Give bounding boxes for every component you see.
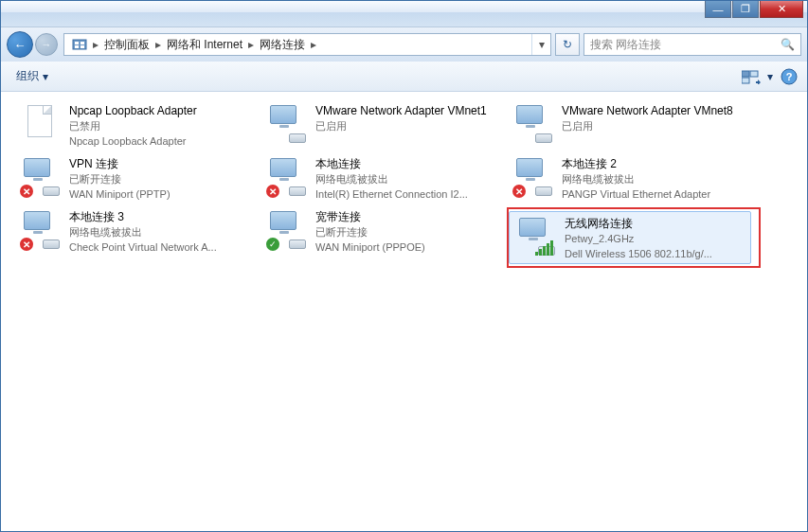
back-button[interactable]: ← [7,31,33,58]
titlebar: — ❐ ✕ [1,1,807,27]
connection-status: 已禁用 [69,118,255,133]
connection-text: 本地连接网络电缆被拔出Intel(R) Ethernet Connection … [315,156,501,202]
disconnected-overlay-icon: ✕ [20,185,33,198]
svg-rect-5 [742,71,749,77]
search-placeholder: 搜索 网络连接 [590,37,661,53]
connection-item[interactable]: Npcap Loopback Adapter已禁用Npcap Loopback … [14,99,260,152]
search-input[interactable]: 搜索 网络连接 🔍 [584,33,801,56]
connection-status: 网络电缆被拔出 [562,171,747,186]
connection-status: 已断开连接 [315,224,501,239]
connection-device: Npcap Loopback Adapter [69,133,255,149]
connection-name: VPN 连接 [69,156,255,171]
close-button[interactable]: ✕ [760,1,803,18]
window-controls: — ❐ ✕ [704,1,803,18]
chevron-icon: ▸ [246,38,256,51]
forward-button[interactable]: → [35,33,58,56]
network-adapter-icon: ✓ [266,209,308,251]
connection-item[interactable]: ✕VPN 连接已断开连接WAN Miniport (PPTP) [14,152,260,205]
connection-name: VMware Network Adapter VMnet1 [315,103,501,118]
breadcrumb-control-panel[interactable]: 控制面板 [100,34,153,55]
address-dropdown[interactable]: ▾ [531,34,550,55]
disconnected-overlay-icon: ✕ [512,185,526,198]
connection-item[interactable]: VMware Network Adapter VMnet8已启用 [507,99,753,152]
connection-item[interactable]: 无线网络连接Petwy_2.4GHzDell Wireless 1506 802… [509,211,751,264]
connection-item[interactable]: ✕本地连接 2网络电缆被拔出PANGP Virtual Ethernet Ada… [507,152,753,205]
connection-item[interactable]: ✕本地连接 3网络电缆被拔出Check Point Virtual Networ… [14,205,260,258]
connection-device: Dell Wireless 1506 802.11b/g/... [565,246,745,261]
svg-rect-2 [81,42,84,44]
network-adapter-icon [512,103,554,145]
refresh-button[interactable]: ↻ [555,33,580,56]
connection-name: 本地连接 [315,156,501,171]
connection-name: 无线网络连接 [565,216,745,231]
connection-status: 网络电缆被拔出 [315,171,501,186]
connection-name: 宽带连接 [315,209,501,224]
search-icon: 🔍 [781,38,795,51]
svg-rect-7 [742,78,749,83]
connection-name: 本地连接 2 [562,156,747,171]
chevron-icon: ▸ [91,38,100,51]
connection-text: VMware Network Adapter VMnet8已启用 [562,103,747,133]
connection-item[interactable]: ✓宽带连接已断开连接WAN Miniport (PPPOE) [260,205,507,258]
connection-device: WAN Miniport (PPPOE) [315,239,501,255]
control-panel-icon [72,37,87,52]
connection-status: 已启用 [315,118,501,133]
chevron-icon: ▸ [153,38,163,51]
view-options-button[interactable] [741,66,762,87]
toolbar-right: ▾ ? [741,66,799,87]
network-adapter-icon [20,103,62,145]
connection-status: 已断开连接 [69,171,255,186]
connection-status: 网络电缆被拔出 [69,224,255,239]
connection-text: VMware Network Adapter VMnet1已启用 [315,103,501,133]
svg-rect-4 [81,45,84,48]
network-adapter-icon [515,216,557,257]
connection-name: VMware Network Adapter VMnet8 [562,103,747,118]
svg-text:?: ? [786,71,793,82]
chevron-down-icon: ▾ [767,70,773,83]
connection-item[interactable]: ✕本地连接网络电缆被拔出Intel(R) Ethernet Connection… [260,152,507,205]
command-toolbar: 组织 ▾ ▾ ? [1,62,807,92]
connection-device: Intel(R) Ethernet Connection I2... [315,186,501,202]
connection-device: PANGP Virtual Ethernet Adapter [562,186,747,202]
connection-text: 宽带连接已断开连接WAN Miniport (PPPOE) [315,209,501,255]
maximize-button[interactable]: ❐ [732,1,759,18]
svg-rect-6 [750,71,758,77]
connection-status: Petwy_2.4GHz [565,231,745,246]
network-adapter-icon: ✕ [266,156,308,198]
network-adapter-icon: ✕ [512,156,554,198]
disconnected-overlay-icon: ✕ [20,238,33,251]
chevron-down-icon: ▾ [43,70,48,83]
connection-item[interactable]: VMware Network Adapter VMnet1已启用 [260,99,507,152]
svg-rect-1 [75,42,79,44]
organize-label: 组织 [16,68,39,84]
connection-text: 无线网络连接Petwy_2.4GHzDell Wireless 1506 802… [565,216,745,261]
connection-device: Check Point Virtual Network A... [69,239,255,255]
connection-text: Npcap Loopback Adapter已禁用Npcap Loopback … [69,103,255,149]
connection-name: Npcap Loopback Adapter [69,103,255,118]
nav-buttons: ← → [7,31,60,58]
address-bar[interactable]: ▸ 控制面板 ▸ 网络和 Internet ▸ 网络连接 ▸ ▾ [63,33,551,56]
connection-device: WAN Miniport (PPTP) [69,186,255,202]
network-adapter-icon: ✕ [20,209,62,251]
help-button[interactable]: ? [779,66,799,87]
connection-text: VPN 连接已断开连接WAN Miniport (PPTP) [69,156,255,202]
explorer-window: — ❐ ✕ ← → ▸ 控制面板 ▸ 网络和 Internet ▸ 网络连接 ▸… [0,0,808,532]
connection-text: 本地连接 3网络电缆被拔出Check Point Virtual Network… [69,209,255,255]
breadcrumb-network-connections[interactable]: 网络连接 [256,34,309,55]
wifi-signal-icon [535,240,553,256]
svg-rect-3 [75,45,79,48]
disconnected-overlay-icon: ✕ [266,185,279,198]
connection-status: 已启用 [562,118,747,133]
nav-toolbar: ← → ▸ 控制面板 ▸ 网络和 Internet ▸ 网络连接 ▸ ▾ ↻ 搜… [1,27,807,62]
chevron-icon: ▸ [309,38,318,51]
organize-menu[interactable]: 组织 ▾ [9,64,56,88]
connection-text: 本地连接 2网络电缆被拔出PANGP Virtual Ethernet Adap… [562,156,747,202]
connection-name: 本地连接 3 [69,209,255,224]
ok-overlay-icon: ✓ [266,238,279,251]
breadcrumb-network-internet[interactable]: 网络和 Internet [163,34,246,55]
network-adapter-icon: ✕ [20,156,62,198]
network-adapter-icon [266,103,308,145]
connections-pane[interactable]: Npcap Loopback Adapter已禁用Npcap Loopback … [1,92,807,531]
minimize-button[interactable]: — [705,1,731,18]
